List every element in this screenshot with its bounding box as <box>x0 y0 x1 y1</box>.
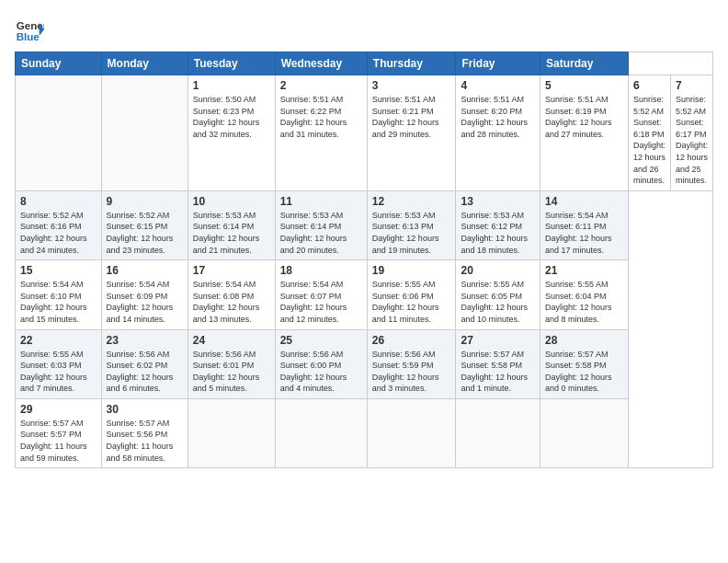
day-info: Sunrise: 5:57 AMSunset: 5:58 PMDaylight:… <box>461 349 535 395</box>
day-info: Sunrise: 5:54 AMSunset: 6:10 PMDaylight:… <box>20 279 97 325</box>
calendar-day-3: 3Sunrise: 5:51 AMSunset: 6:21 PMDaylight… <box>367 75 456 191</box>
day-info: Sunrise: 5:51 AMSunset: 6:21 PMDaylight:… <box>372 94 451 140</box>
day-info: Sunrise: 5:55 AMSunset: 6:03 PMDaylight:… <box>20 349 97 395</box>
calendar-table: SundayMondayTuesdayWednesdayThursdayFrid… <box>15 52 713 468</box>
day-info: Sunrise: 5:54 AMSunset: 6:07 PMDaylight:… <box>280 279 362 325</box>
day-info: Sunrise: 5:51 AMSunset: 6:19 PMDaylight:… <box>545 94 623 140</box>
day-number: 17 <box>193 264 270 277</box>
calendar-week-5: 29Sunrise: 5:57 AMSunset: 5:57 PMDayligh… <box>16 398 713 467</box>
day-number: 2 <box>280 79 362 92</box>
page-header: General Blue <box>15 15 713 44</box>
day-number: 1 <box>193 79 270 92</box>
day-number: 20 <box>461 264 535 277</box>
day-info: Sunrise: 5:54 AMSunset: 6:09 PMDaylight:… <box>107 279 183 325</box>
svg-text:Blue: Blue <box>17 31 40 42</box>
day-info: Sunrise: 5:52 AMSunset: 6:17 PMDaylight:… <box>676 94 708 187</box>
calendar-day-28: 28Sunrise: 5:57 AMSunset: 5:58 PMDayligh… <box>540 329 629 398</box>
day-number: 4 <box>461 79 535 92</box>
calendar-week-3: 15Sunrise: 5:54 AMSunset: 6:10 PMDayligh… <box>16 260 713 329</box>
day-info: Sunrise: 5:54 AMSunset: 6:11 PMDaylight:… <box>545 210 623 256</box>
day-number: 27 <box>461 334 535 347</box>
day-number: 11 <box>280 195 362 208</box>
calendar-day-26: 26Sunrise: 5:56 AMSunset: 5:59 PMDayligh… <box>367 329 456 398</box>
day-number: 5 <box>545 79 623 92</box>
day-info: Sunrise: 5:52 AMSunset: 6:18 PMDaylight:… <box>633 94 665 187</box>
calendar-day-25: 25Sunrise: 5:56 AMSunset: 6:00 PMDayligh… <box>275 329 367 398</box>
weekday-header-row: SundayMondayTuesdayWednesdayThursdayFrid… <box>16 52 713 75</box>
day-info: Sunrise: 5:53 AMSunset: 6:14 PMDaylight:… <box>280 210 362 256</box>
day-info: Sunrise: 5:57 AMSunset: 5:58 PMDaylight:… <box>545 349 623 395</box>
day-number: 21 <box>545 264 623 277</box>
weekday-header-monday: Monday <box>101 52 188 75</box>
calendar-day-4: 4Sunrise: 5:51 AMSunset: 6:20 PMDaylight… <box>456 75 540 191</box>
day-number: 23 <box>107 334 183 347</box>
day-number: 8 <box>20 195 97 208</box>
calendar-day-23: 23Sunrise: 5:56 AMSunset: 6:02 PMDayligh… <box>101 329 188 398</box>
day-number: 7 <box>676 79 708 92</box>
empty-cell <box>367 398 456 467</box>
weekday-header-wednesday: Wednesday <box>275 52 367 75</box>
calendar-day-8: 8Sunrise: 5:52 AMSunset: 6:16 PMDaylight… <box>16 190 102 259</box>
logo-icon: General Blue <box>15 15 44 44</box>
logo: General Blue <box>15 15 44 44</box>
weekday-header-tuesday: Tuesday <box>188 52 275 75</box>
empty-cell <box>188 398 275 467</box>
day-info: Sunrise: 5:57 AMSunset: 5:57 PMDaylight:… <box>20 418 97 464</box>
empty-cell <box>456 398 540 467</box>
day-number: 3 <box>372 79 451 92</box>
calendar-day-7: 7Sunrise: 5:52 AMSunset: 6:17 PMDaylight… <box>670 75 712 191</box>
empty-cell <box>540 398 629 467</box>
day-info: Sunrise: 5:53 AMSunset: 6:14 PMDaylight:… <box>193 210 270 256</box>
day-number: 29 <box>20 403 97 416</box>
day-number: 10 <box>193 195 270 208</box>
day-number: 25 <box>280 334 362 347</box>
calendar-day-9: 9Sunrise: 5:52 AMSunset: 6:15 PMDaylight… <box>101 190 188 259</box>
calendar-day-16: 16Sunrise: 5:54 AMSunset: 6:09 PMDayligh… <box>101 260 188 329</box>
weekday-header-friday: Friday <box>456 52 540 75</box>
calendar-day-24: 24Sunrise: 5:56 AMSunset: 6:01 PMDayligh… <box>188 329 275 398</box>
calendar-day-18: 18Sunrise: 5:54 AMSunset: 6:07 PMDayligh… <box>275 260 367 329</box>
calendar-week-4: 22Sunrise: 5:55 AMSunset: 6:03 PMDayligh… <box>16 329 713 398</box>
day-number: 14 <box>545 195 623 208</box>
day-info: Sunrise: 5:54 AMSunset: 6:08 PMDaylight:… <box>193 279 270 325</box>
calendar-day-6: 6Sunrise: 5:52 AMSunset: 6:18 PMDaylight… <box>628 75 670 191</box>
day-info: Sunrise: 5:50 AMSunset: 6:23 PMDaylight:… <box>193 94 270 140</box>
day-info: Sunrise: 5:56 AMSunset: 5:59 PMDaylight:… <box>372 349 451 395</box>
weekday-header-thursday: Thursday <box>367 52 456 75</box>
day-info: Sunrise: 5:56 AMSunset: 6:00 PMDaylight:… <box>280 349 362 395</box>
calendar-day-10: 10Sunrise: 5:53 AMSunset: 6:14 PMDayligh… <box>188 190 275 259</box>
day-number: 19 <box>372 264 451 277</box>
empty-cell <box>275 398 367 467</box>
calendar-day-15: 15Sunrise: 5:54 AMSunset: 6:10 PMDayligh… <box>16 260 102 329</box>
day-info: Sunrise: 5:56 AMSunset: 6:01 PMDaylight:… <box>193 349 270 395</box>
day-info: Sunrise: 5:53 AMSunset: 6:13 PMDaylight:… <box>372 210 451 256</box>
calendar-day-1: 1Sunrise: 5:50 AMSunset: 6:23 PMDaylight… <box>188 75 275 191</box>
empty-cell <box>16 75 102 191</box>
calendar-day-11: 11Sunrise: 5:53 AMSunset: 6:14 PMDayligh… <box>275 190 367 259</box>
calendar-day-13: 13Sunrise: 5:53 AMSunset: 6:12 PMDayligh… <box>456 190 540 259</box>
day-info: Sunrise: 5:57 AMSunset: 5:56 PMDaylight:… <box>107 418 183 464</box>
calendar-day-17: 17Sunrise: 5:54 AMSunset: 6:08 PMDayligh… <box>188 260 275 329</box>
day-info: Sunrise: 5:53 AMSunset: 6:12 PMDaylight:… <box>461 210 535 256</box>
day-info: Sunrise: 5:52 AMSunset: 6:15 PMDaylight:… <box>107 210 183 256</box>
calendar-day-5: 5Sunrise: 5:51 AMSunset: 6:19 PMDaylight… <box>540 75 629 191</box>
day-info: Sunrise: 5:56 AMSunset: 6:02 PMDaylight:… <box>107 349 183 395</box>
day-info: Sunrise: 5:55 AMSunset: 6:06 PMDaylight:… <box>372 279 451 325</box>
day-number: 16 <box>107 264 183 277</box>
calendar-day-12: 12Sunrise: 5:53 AMSunset: 6:13 PMDayligh… <box>367 190 456 259</box>
calendar-day-2: 2Sunrise: 5:51 AMSunset: 6:22 PMDaylight… <box>275 75 367 191</box>
calendar-day-22: 22Sunrise: 5:55 AMSunset: 6:03 PMDayligh… <box>16 329 102 398</box>
day-number: 15 <box>20 264 97 277</box>
calendar-day-20: 20Sunrise: 5:55 AMSunset: 6:05 PMDayligh… <box>456 260 540 329</box>
day-number: 22 <box>20 334 97 347</box>
day-info: Sunrise: 5:51 AMSunset: 6:20 PMDaylight:… <box>461 94 535 140</box>
weekday-header-sunday: Sunday <box>16 52 102 75</box>
day-info: Sunrise: 5:55 AMSunset: 6:04 PMDaylight:… <box>545 279 623 325</box>
calendar-week-2: 8Sunrise: 5:52 AMSunset: 6:16 PMDaylight… <box>16 190 713 259</box>
day-number: 30 <box>107 403 183 416</box>
day-number: 9 <box>107 195 183 208</box>
day-info: Sunrise: 5:52 AMSunset: 6:16 PMDaylight:… <box>20 210 97 256</box>
calendar-week-1: 1Sunrise: 5:50 AMSunset: 6:23 PMDaylight… <box>16 75 713 191</box>
calendar-day-29: 29Sunrise: 5:57 AMSunset: 5:57 PMDayligh… <box>16 398 102 467</box>
day-info: Sunrise: 5:51 AMSunset: 6:22 PMDaylight:… <box>280 94 362 140</box>
